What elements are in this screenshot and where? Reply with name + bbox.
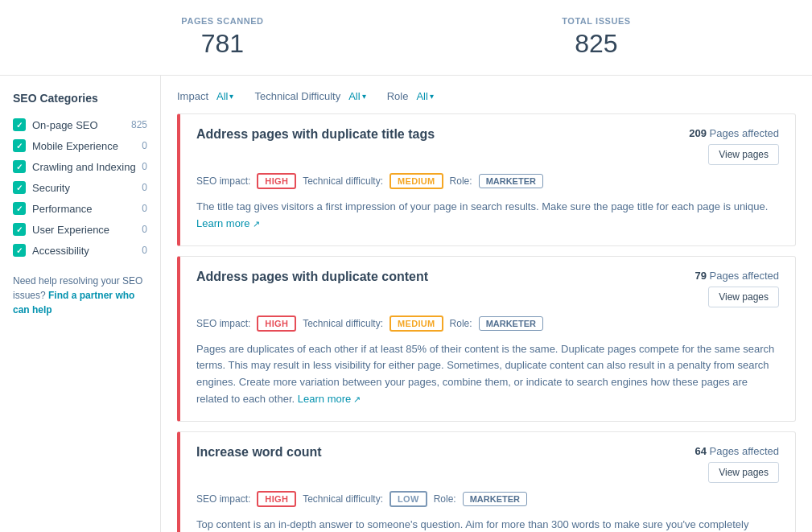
sidebar-item-left: User Experience (13, 223, 109, 236)
sidebar-count-security: 0 (142, 182, 147, 193)
technical-difficulty-filter: Technical Difficulty All (254, 89, 370, 104)
issue-description-duplicate-content: Pages are duplicates of each other if at… (196, 341, 779, 408)
issue-tags-word-count: SEO impact: HIGH Technical difficulty: L… (196, 491, 779, 507)
sidebar-item-left: Crawling and Indexing (13, 160, 136, 173)
tech-difficulty-filter-btn[interactable]: All (344, 89, 370, 104)
impact-filter-label: Impact (177, 90, 208, 102)
sidebar-count-accessibility: 0 (142, 245, 147, 256)
sidebar-label-performance: Performance (32, 203, 92, 215)
role-filter-btn[interactable]: All (411, 89, 438, 104)
role-label-duplicate-content: Role: (450, 318, 472, 329)
learn-more-link-duplicate-title-tags[interactable]: Learn more (196, 217, 260, 229)
tech-difficulty-badge-duplicate-content: MEDIUM (390, 315, 443, 332)
pages-affected-word-count: 64 Pages affected (695, 445, 779, 457)
sidebar-label-mobile-experience: Mobile Experience (32, 140, 118, 152)
impact-badge-duplicate-content: HIGH (257, 315, 296, 332)
sidebar-item-mobile-experience[interactable]: Mobile Experience 0 (13, 135, 147, 156)
pages-scanned-value: 781 (181, 29, 263, 59)
seo-impact-label-duplicate-content: SEO impact: (196, 318, 250, 329)
sidebar-item-left: On-page SEO (13, 118, 98, 131)
sidebar-checkbox-crawling-indexing[interactable] (13, 160, 26, 173)
sidebar-item-security[interactable]: Security 0 (13, 177, 147, 198)
issue-tags-duplicate-title-tags: SEO impact: HIGH Technical difficulty: M… (196, 173, 779, 189)
issue-header-word-count: Increase word count 64 Pages affected Vi… (196, 445, 779, 483)
sidebar-checkbox-accessibility[interactable] (13, 244, 26, 257)
seo-impact-label-duplicate-title-tags: SEO impact: (196, 175, 250, 187)
issue-card-duplicate-content: Address pages with duplicate content 79 … (177, 256, 796, 422)
sidebar-count-performance: 0 (142, 203, 147, 214)
sidebar-label-accessibility: Accessibility (32, 245, 89, 257)
total-issues-label: TOTAL ISSUES (562, 16, 630, 26)
sidebar-item-left: Performance (13, 202, 92, 215)
stats-bar: PAGES SCANNED 781 TOTAL ISSUES 825 (0, 0, 812, 76)
filters-row: Impact All Technical Difficulty All Role… (177, 76, 796, 113)
seo-impact-label-word-count: SEO impact: (196, 493, 250, 505)
role-filter-label: Role (387, 90, 409, 102)
impact-filter-btn[interactable]: All (212, 89, 238, 104)
learn-more-link-duplicate-content[interactable]: Learn more (298, 393, 361, 405)
tech-difficulty-label-duplicate-content: Technical difficulty: (303, 318, 383, 329)
tech-difficulty-label-duplicate-title-tags: Technical difficulty: (303, 175, 383, 187)
sidebar-item-left: Accessibility (13, 244, 89, 257)
sidebar-count-on-page-seo: 825 (131, 119, 147, 130)
issue-header-duplicate-title-tags: Address pages with duplicate title tags … (196, 127, 779, 165)
sidebar-title: SEO Categories (13, 92, 147, 105)
sidebar-item-left: Mobile Experience (13, 139, 118, 152)
role-badge-duplicate-title-tags: MARKETER (479, 174, 543, 188)
issue-card-word-count: Increase word count 64 Pages affected Vi… (177, 431, 796, 532)
view-pages-btn-duplicate-title-tags[interactable]: View pages (708, 144, 779, 165)
sidebar-checkbox-on-page-seo[interactable] (13, 118, 26, 131)
sidebar-label-user-experience: User Experience (32, 224, 109, 236)
sidebar-item-on-page-seo[interactable]: On-page SEO 825 (13, 114, 147, 135)
view-pages-btn-duplicate-content[interactable]: View pages (708, 287, 779, 307)
sidebar-item-left: Security (13, 181, 70, 194)
sidebar-label-crawling-indexing: Crawling and Indexing (32, 161, 136, 173)
role-badge-duplicate-content: MARKETER (479, 316, 543, 331)
content-area: Impact All Technical Difficulty All Role… (161, 76, 812, 532)
sidebar-item-performance[interactable]: Performance 0 (13, 198, 147, 219)
impact-badge-word-count: HIGH (257, 491, 296, 507)
total-issues-stat: TOTAL ISSUES 825 (562, 16, 630, 59)
issue-title-word-count: Increase word count (196, 445, 322, 460)
sidebar-count-mobile-experience: 0 (142, 140, 147, 151)
tech-difficulty-label-word-count: Technical difficulty: (303, 493, 383, 505)
sidebar-item-accessibility[interactable]: Accessibility 0 (13, 240, 147, 261)
issue-description-duplicate-title-tags: The title tag gives visitors a first imp… (196, 199, 779, 233)
app-container: PAGES SCANNED 781 TOTAL ISSUES 825 SEO C… (0, 0, 812, 532)
sidebar-count-crawling-indexing: 0 (142, 161, 147, 172)
issue-title-duplicate-title-tags: Address pages with duplicate title tags (196, 127, 435, 142)
main-layout: SEO Categories On-page SEO 825 Mobile Ex… (0, 76, 812, 532)
total-issues-value: 825 (562, 29, 630, 59)
sidebar-item-crawling-indexing[interactable]: Crawling and Indexing 0 (13, 156, 147, 177)
pages-affected-duplicate-content: 79 Pages affected (695, 270, 779, 282)
sidebar-count-user-experience: 0 (142, 224, 147, 235)
issue-tags-duplicate-content: SEO impact: HIGH Technical difficulty: M… (196, 315, 779, 332)
pages-affected-duplicate-title-tags: 209 Pages affected (689, 127, 779, 139)
role-label-word-count: Role: (434, 493, 456, 505)
sidebar: SEO Categories On-page SEO 825 Mobile Ex… (0, 76, 161, 532)
sidebar-help: Need help resolving your SEO issues? Fin… (13, 274, 147, 317)
view-pages-btn-word-count[interactable]: View pages (708, 462, 779, 483)
issue-card-duplicate-title-tags: Address pages with duplicate title tags … (177, 113, 796, 246)
impact-badge-duplicate-title-tags: HIGH (257, 173, 296, 189)
sidebar-label-on-page-seo: On-page SEO (32, 119, 98, 131)
role-badge-word-count: MARKETER (463, 492, 527, 506)
tech-difficulty-badge-word-count: LOW (390, 491, 427, 507)
sidebar-checkbox-user-experience[interactable] (13, 223, 26, 236)
role-label-duplicate-title-tags: Role: (450, 175, 472, 187)
impact-filter: Impact All (177, 89, 238, 104)
issue-description-word-count: Top content is an in-depth answer to som… (196, 517, 779, 532)
sidebar-checkbox-security[interactable] (13, 181, 26, 194)
issue-meta-right-duplicate-content: 79 Pages affected View pages (695, 270, 779, 307)
issue-title-duplicate-content: Address pages with duplicate content (196, 270, 428, 284)
issue-meta-right-word-count: 64 Pages affected View pages (695, 445, 779, 483)
sidebar-item-user-experience[interactable]: User Experience 0 (13, 219, 147, 240)
role-filter: Role All (387, 89, 439, 104)
issue-meta-right-duplicate-title-tags: 209 Pages affected View pages (689, 127, 779, 165)
sidebar-checkbox-mobile-experience[interactable] (13, 139, 26, 152)
pages-scanned-stat: PAGES SCANNED 781 (181, 16, 263, 59)
issue-header-duplicate-content: Address pages with duplicate content 79 … (196, 270, 779, 307)
sidebar-checkbox-performance[interactable] (13, 202, 26, 215)
tech-difficulty-badge-duplicate-title-tags: MEDIUM (390, 173, 443, 189)
sidebar-label-security: Security (32, 182, 70, 194)
